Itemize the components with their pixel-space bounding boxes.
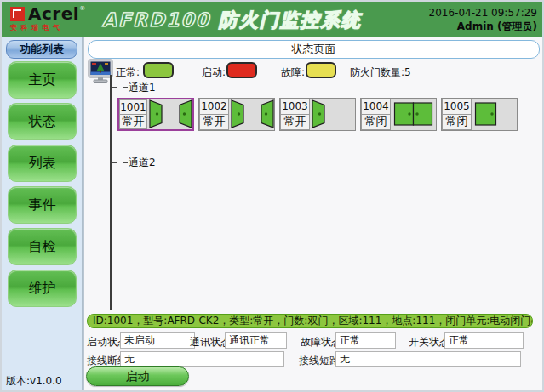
door-status: 常闭 [361, 115, 391, 130]
field-value-box[interactable]: 正常 [335, 332, 396, 349]
door-count-label: 防火门数量:5 [350, 65, 411, 80]
app-title: AFRD100 防火门监控系统 [102, 8, 362, 33]
door-id: 1004 [361, 99, 391, 115]
tree-branch-channel1 [112, 87, 128, 88]
status-page: 状态页面 正常: 启动: 故障: 防火门数量:5 通道1 1001常开1002常… [83, 37, 542, 392]
door-id: 1005 [442, 99, 472, 115]
door-id: 1001 [119, 99, 147, 115]
brand-subtitle: 安科瑞电气 [10, 23, 104, 32]
door-icon [391, 99, 436, 130]
acrel-logo-icon [10, 7, 25, 21]
door-icon [229, 99, 274, 130]
tree-trunk-line [110, 75, 112, 310]
app-window: Acrel ® 安科瑞电气 AFRD100 防火门监控系统 2016-04-21… [0, 0, 544, 392]
legend-fault-label: 故障: [281, 65, 305, 80]
sidebar-item-home[interactable]: 主页 [8, 61, 77, 99]
sidebar: 功能列表 主页 状态 列表 事件 自检 维护 版本:v1.0.0 [2, 37, 83, 392]
door-id-cells: 1004常闭 [361, 99, 391, 130]
door-icon [147, 99, 192, 129]
door-icon [472, 99, 517, 130]
legend-fault-swatch [306, 62, 336, 78]
door-id-cells: 1003常开 [280, 99, 310, 130]
field-value-box[interactable]: 未启动 [120, 332, 195, 349]
field-value-box[interactable]: 通讯正常 [225, 332, 287, 349]
detail-separator [84, 310, 542, 310]
door-status: 常闭 [442, 115, 472, 130]
legend-normal-label: 正常: [116, 65, 140, 80]
page-title: 状态页面 [88, 40, 540, 59]
brand-name: Acrel [28, 5, 79, 22]
legend-start-swatch [226, 62, 257, 78]
sidebar-item-selftest[interactable]: 自检 [8, 228, 77, 265]
door-id-cells: 1002常开 [199, 99, 229, 130]
door-status: 常开 [199, 115, 229, 130]
sidebar-item-list[interactable]: 列表 [8, 145, 77, 182]
door-id-cells: 1005常闭 [442, 99, 472, 130]
door-item-1004[interactable]: 1004常闭 [360, 98, 437, 131]
sidebar-title: 功能列表 [6, 40, 77, 59]
tree-branch-channel2 [112, 162, 128, 163]
door-id: 1003 [280, 99, 310, 115]
channel1-label: 通道1 [129, 81, 156, 95]
field-value-box[interactable]: 无 [120, 351, 284, 367]
door-id-cells: 1001常开 [119, 99, 147, 129]
door-item-1003[interactable]: 1003常开 [279, 98, 356, 131]
door-item-1002[interactable]: 1002常开 [198, 98, 275, 131]
acrel-logo: Acrel ® 安科瑞电气 [10, 5, 104, 32]
channel2-label: 通道2 [129, 156, 156, 170]
sidebar-item-maintenance[interactable]: 维护 [8, 270, 77, 307]
current-user-label: Admin (管理员) [429, 20, 537, 33]
door-item-1005[interactable]: 1005常闭 [441, 98, 518, 131]
door-row: 1001常开1002常开1003常开1004常闭1005常闭 [117, 98, 522, 132]
legend-start-label: 启动: [202, 65, 226, 80]
door-info-banner: ID:1001，型号:AFRD-CK2，类型:常开，门数:双门，区域:111，地… [87, 314, 533, 328]
legend-normal-swatch [143, 62, 174, 78]
sidebar-item-status[interactable]: 状态 [8, 103, 77, 140]
start-button[interactable]: 启动 [86, 366, 189, 386]
header-bar: Acrel ® 安科瑞电气 AFRD100 防火门监控系统 2016-04-21… [2, 2, 542, 37]
version-label: 版本:v1.0.0 [6, 374, 62, 389]
field-value-box[interactable]: 无 [335, 351, 521, 367]
field-value-box[interactable]: 正常 [444, 332, 524, 349]
door-status: 常开 [280, 115, 310, 130]
door-item-1001[interactable]: 1001常开 [117, 98, 194, 131]
door-status: 常开 [119, 115, 147, 129]
sidebar-item-events[interactable]: 事件 [8, 186, 77, 224]
door-id: 1002 [199, 99, 229, 115]
door-icon [310, 99, 355, 130]
datetime-label: 2016-04-21 09:57:29 [429, 6, 537, 20]
trademark-symbol: ® [79, 5, 85, 12]
